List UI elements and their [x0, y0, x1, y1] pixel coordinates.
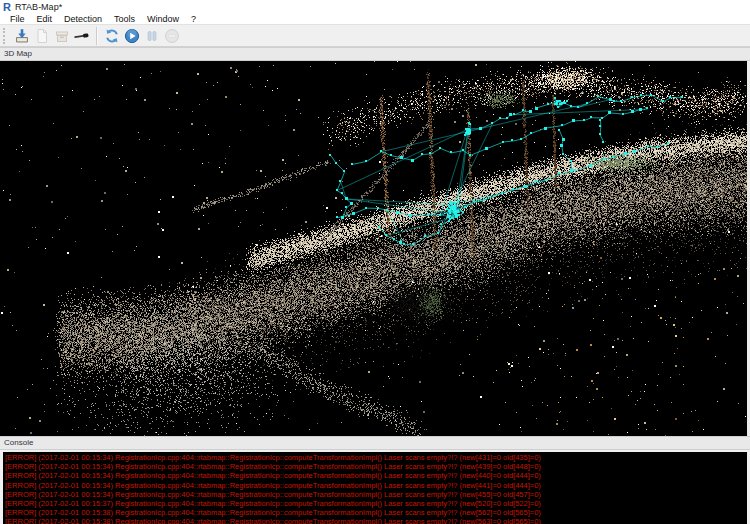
console-log[interactable]: [ERROR] (2017-02-01 00:15:34) Registrati…: [3, 452, 747, 524]
screwdriver-icon: [74, 28, 90, 44]
new-database-button[interactable]: [32, 26, 52, 46]
menu-bar: FileEditDetectionToolsWindow?: [0, 14, 750, 24]
toolbar: [0, 24, 750, 47]
console-line: [ERROR] (2017-02-01 00:15:34) Registrati…: [5, 462, 747, 471]
reset-button[interactable]: [102, 26, 122, 46]
database-import-button[interactable]: [12, 26, 32, 46]
start-button[interactable]: [122, 26, 142, 46]
console-line: [ERROR] (2017-02-01 00:15:34) Registrati…: [5, 471, 747, 480]
app-logo-icon: R: [3, 1, 11, 13]
menu-help[interactable]: ?: [185, 14, 202, 24]
menu-window[interactable]: Window: [141, 14, 185, 24]
console-line: [ERROR] (2017-02-01 00:15:38) Registrati…: [5, 508, 747, 517]
title-bar[interactable]: R RTAB-Map*: [0, 0, 750, 14]
3d-map-viewport[interactable]: [0, 61, 747, 436]
pause-button[interactable]: [142, 26, 162, 46]
menu-tools[interactable]: Tools: [108, 14, 141, 24]
menu-file[interactable]: File: [4, 14, 31, 24]
console-dock-titlebar[interactable]: Console: [0, 436, 750, 450]
console-line: [ERROR] (2017-02-01 00:15:34) Registrati…: [5, 481, 747, 490]
menu-edit[interactable]: Edit: [31, 14, 59, 24]
console-line: [ERROR] (2017-02-01 00:15:37) Registrati…: [5, 499, 747, 508]
map-dock-title: 3D Map: [4, 48, 32, 60]
console-line: [ERROR] (2017-02-01 00:15:34) Registrati…: [5, 453, 747, 462]
map-dock: [0, 61, 750, 436]
refresh-icon: [104, 28, 120, 44]
play-icon: [124, 28, 140, 44]
console-line: [ERROR] (2017-02-01 00:15:34) Registrati…: [5, 490, 747, 499]
map-dock-titlebar[interactable]: 3D Map: [0, 47, 750, 61]
preferences-button[interactable]: [72, 26, 92, 46]
stop-icon: [164, 28, 180, 44]
toolbar-separator: [96, 27, 98, 45]
database-import-icon: [14, 28, 30, 44]
new-file-icon: [34, 28, 50, 44]
open-database-button[interactable]: [52, 26, 72, 46]
toolbar-drag-handle-icon[interactable]: [3, 28, 9, 44]
archive-box-icon: [54, 28, 70, 44]
console-dock: [ERROR] (2017-02-01 00:15:34) Registrati…: [0, 450, 750, 524]
window-title: RTAB-Map*: [15, 2, 62, 12]
stop-button[interactable]: [162, 26, 182, 46]
console-line: [ERROR] (2017-02-01 00:15:38) Registrati…: [5, 517, 747, 524]
pause-icon: [144, 28, 160, 44]
menu-detection[interactable]: Detection: [58, 14, 108, 24]
console-dock-title: Console: [4, 437, 33, 449]
